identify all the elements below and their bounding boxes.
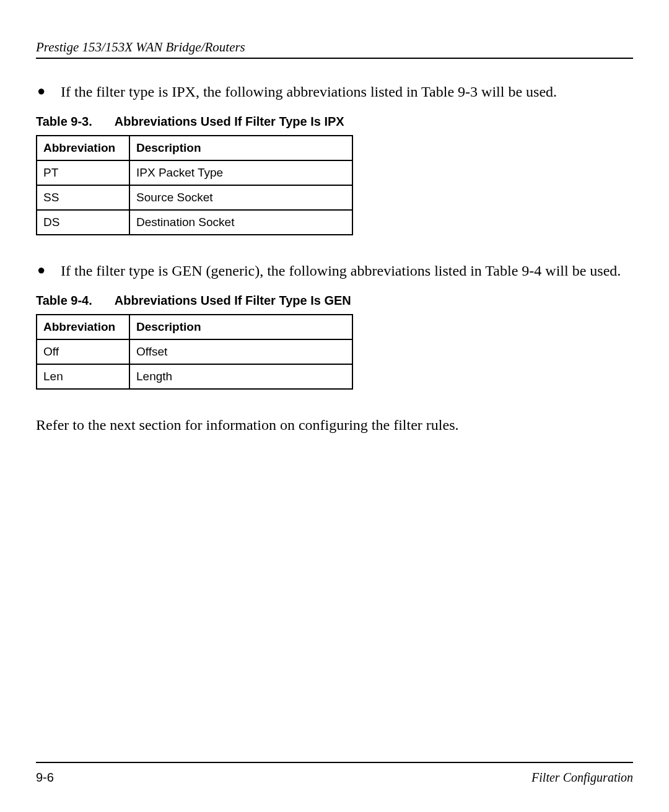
- closing-paragraph: Refer to the next section for informatio…: [36, 416, 633, 434]
- cell-abbr: PT: [37, 160, 129, 185]
- table-row: SS Source Socket: [37, 185, 352, 210]
- footer-section-title: Filter Configuration: [531, 771, 633, 785]
- table-93: Abbreviation Description PT IPX Packet T…: [36, 135, 353, 235]
- cell-desc: Length: [129, 364, 352, 389]
- th-description: Description: [129, 136, 352, 160]
- page-number: 9-6: [36, 771, 54, 785]
- cell-abbr: Off: [37, 339, 129, 364]
- table-row: DS Destination Socket: [37, 210, 352, 235]
- bullet-item: ● If the filter type is IPX, the followi…: [36, 82, 633, 101]
- bullet-icon: ●: [36, 261, 61, 279]
- table-title: Abbreviations Used If Filter Type Is IPX: [115, 115, 344, 128]
- table-caption-93: Table 9-3. Abbreviations Used If Filter …: [36, 115, 633, 129]
- table-row: Len Length: [37, 364, 352, 389]
- cell-abbr: SS: [37, 185, 129, 210]
- bullet-item: ● If the filter type is GEN (generic), t…: [36, 261, 633, 280]
- table-row: PT IPX Packet Type: [37, 160, 352, 185]
- bullet-text: If the filter type is IPX, the following…: [61, 82, 633, 101]
- bullet-text: If the filter type is GEN (generic), the…: [61, 261, 633, 280]
- cell-desc: Offset: [129, 339, 352, 364]
- table-number: Table 9-4.: [36, 294, 112, 308]
- table-row: Off Offset: [37, 339, 352, 364]
- table-94: Abbreviation Description Off Offset Len …: [36, 314, 353, 390]
- cell-abbr: DS: [37, 210, 129, 235]
- cell-desc: Source Socket: [129, 185, 352, 210]
- cell-desc: Destination Socket: [129, 210, 352, 235]
- page-body: Prestige 153/153X WAN Bridge/Routers ● I…: [0, 0, 669, 434]
- table-header-row: Abbreviation Description: [37, 136, 352, 160]
- running-head: Prestige 153/153X WAN Bridge/Routers: [36, 40, 633, 59]
- table-header-row: Abbreviation Description: [37, 315, 352, 339]
- bullet-icon: ●: [36, 82, 61, 100]
- table-number: Table 9-3.: [36, 115, 112, 129]
- th-description: Description: [129, 315, 352, 339]
- th-abbreviation: Abbreviation: [37, 315, 129, 339]
- page-footer: 9-6 Filter Configuration: [36, 762, 633, 785]
- cell-abbr: Len: [37, 364, 129, 389]
- th-abbreviation: Abbreviation: [37, 136, 129, 160]
- table-title: Abbreviations Used If Filter Type Is GEN: [115, 294, 351, 307]
- cell-desc: IPX Packet Type: [129, 160, 352, 185]
- table-caption-94: Table 9-4. Abbreviations Used If Filter …: [36, 294, 633, 308]
